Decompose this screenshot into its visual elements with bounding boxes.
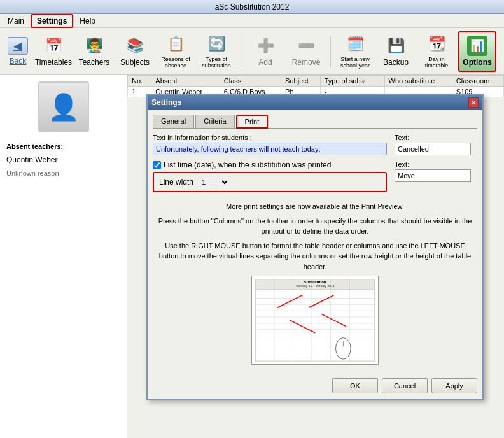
teachers-icon: 👨‍🏫 — [84, 36, 104, 56]
content-area: No. Absent Class Subject Type of subst. … — [127, 75, 504, 438]
options-label: Options — [463, 58, 491, 67]
dialog-col-left: Text in information for students : List … — [153, 134, 387, 197]
info-text-1: More print settings are now available at… — [155, 201, 475, 212]
text2-label: Text: — [395, 160, 477, 168]
menu-bar: Main Settings Help — [0, 14, 504, 28]
reasons-icon: 📋 — [165, 34, 186, 54]
dialog-content: General Criteria Print Text in informati… — [148, 110, 482, 372]
options-icon: 📊 — [467, 36, 487, 56]
text1-section: Text: — [395, 134, 477, 155]
start-new-school-year-button[interactable]: 🗓️ Start a new school year — [336, 31, 374, 72]
dialog-buttons: OK Cancel Apply — [332, 378, 477, 393]
reasons-label: Reasons of absence — [158, 56, 193, 69]
line-width-select[interactable]: 1 2 3 4 — [199, 176, 230, 188]
add-icon: ➕ — [255, 36, 276, 56]
svg-point-19 — [336, 338, 351, 360]
subjects-icon: 📚 — [125, 36, 145, 56]
main-area: 👤 Absent teachers: Quentin Weber Unknown… — [0, 75, 504, 438]
types-label: Types of substitution — [199, 56, 234, 69]
day-in-timetable-icon: 📆 — [426, 34, 447, 54]
back-arrow-icon: ◀ — [8, 37, 28, 55]
backup-icon: 💾 — [386, 36, 406, 56]
backup-button[interactable]: 💾 Backup — [377, 31, 415, 72]
text-info-label: Text in information for students : — [153, 134, 387, 141]
timetables-icon: 📅 — [43, 36, 64, 56]
svg-rect-0 — [255, 279, 374, 361]
types-of-substitution-button[interactable]: 🔄 Types of substitution — [197, 31, 235, 72]
dialog-title: Settings — [151, 98, 181, 107]
line-width-label: Line width — [159, 178, 193, 187]
reasons-of-absence-button[interactable]: 📋 Reasons of absence — [157, 31, 195, 72]
add-label: Add — [258, 58, 272, 67]
teachers-label: Teachers — [79, 58, 110, 67]
checkbox-list-time[interactable] — [153, 161, 161, 169]
title-bar: aSc Substitution 2012 — [0, 0, 504, 14]
remove-button[interactable]: ➖ Remove — [287, 31, 325, 72]
dialog-title-bar: Settings ✕ — [148, 95, 482, 110]
text2-input[interactable] — [395, 169, 471, 182]
col-class: Class — [220, 76, 281, 87]
avatar: 👤 — [38, 81, 89, 132]
col-subject: Subject — [281, 76, 321, 87]
line-width-box: Line width 1 2 3 4 — [153, 172, 387, 192]
col-who-substitute: Who substitute — [384, 76, 452, 87]
remove-label: Remove — [292, 58, 321, 67]
tab-general[interactable]: General — [153, 115, 194, 128]
sidebar: 👤 Absent teachers: Quentin Weber Unknown… — [0, 75, 127, 438]
start-year-label: Start a new school year — [338, 56, 372, 69]
add-button[interactable]: ➕ Add — [246, 31, 284, 72]
back-label: Back — [10, 57, 27, 66]
person-name: Quentin Weber — [6, 155, 120, 164]
timetables-label: Timetables — [35, 58, 72, 67]
absent-teachers-label: Absent teachers: — [6, 143, 120, 150]
preview-svg — [252, 276, 378, 364]
app-title: aSc Substitution 2012 — [215, 3, 290, 11]
backup-label: Backup — [383, 58, 409, 67]
tab-criteria[interactable]: Criteria — [195, 115, 234, 128]
info-text-3: Use the RIGHT MOUSE button to format the… — [155, 241, 475, 272]
types-icon: 🔄 — [206, 34, 227, 54]
settings-dialog: Settings ✕ General Criteria Print Text i… — [146, 94, 484, 400]
text1-input[interactable] — [395, 143, 471, 155]
dialog-tabs: General Criteria Print — [153, 115, 477, 129]
day-in-timetable-label: Day in timetable — [419, 56, 454, 69]
text2-section: Text: — [395, 160, 477, 182]
info-text-2: Press the button "Columns" on the toolba… — [155, 216, 475, 237]
remove-icon: ➖ — [296, 36, 316, 56]
menu-settings[interactable]: Settings — [31, 14, 73, 28]
ok-button[interactable]: OK — [332, 378, 378, 393]
text-info-input[interactable] — [153, 143, 387, 155]
col-no: No. — [128, 76, 151, 87]
text1-label: Text: — [395, 134, 477, 141]
apply-button[interactable]: Apply — [431, 378, 477, 393]
subjects-label: Subjects — [120, 58, 150, 67]
tab-print[interactable]: Print — [236, 115, 269, 129]
separator-1 — [241, 36, 241, 67]
preview-subtitle: Tuesday 11. February 2013 — [295, 284, 334, 288]
text-info-section: Text in information for students : — [153, 134, 387, 155]
menu-main[interactable]: Main — [3, 15, 29, 27]
checkbox-list-time-label: List time (date), when the substitution … — [164, 160, 331, 169]
separator-2 — [330, 36, 331, 67]
col-absent: Absent — [151, 76, 220, 87]
teachers-button[interactable]: 👨‍🏫 Teachers — [75, 31, 113, 72]
menu-help[interactable]: Help — [74, 15, 101, 27]
day-in-timetable-button[interactable]: 📆 Day in timetable — [417, 31, 456, 72]
cancel-button[interactable]: Cancel — [382, 378, 428, 393]
dialog-close-button[interactable]: ✕ — [468, 97, 479, 108]
dialog-col-right: Text: Text: — [395, 134, 477, 197]
subjects-button[interactable]: 📚 Subjects — [116, 31, 154, 72]
back-button[interactable]: ◀ Back — [4, 31, 32, 72]
toolbar: ◀ Back 📅 Timetables 👨‍🏫 Teachers 📚 Subje… — [0, 28, 504, 75]
col-type-of-subst: Type of subst. — [320, 76, 384, 87]
options-button[interactable]: 📊 Options — [458, 31, 496, 72]
start-year-icon: 🗓️ — [345, 34, 365, 54]
person-detail: Unknown reason — [6, 169, 120, 177]
print-preview-box: Substitution Tuesday 11. February 2013 — [251, 276, 379, 365]
checkbox-list-time-row: List time (date), when the substitution … — [153, 160, 387, 169]
timetables-button[interactable]: 📅 Timetables — [34, 31, 73, 72]
col-classroom: Classroom — [452, 76, 503, 87]
dialog-two-col: Text in information for students : List … — [153, 134, 477, 197]
